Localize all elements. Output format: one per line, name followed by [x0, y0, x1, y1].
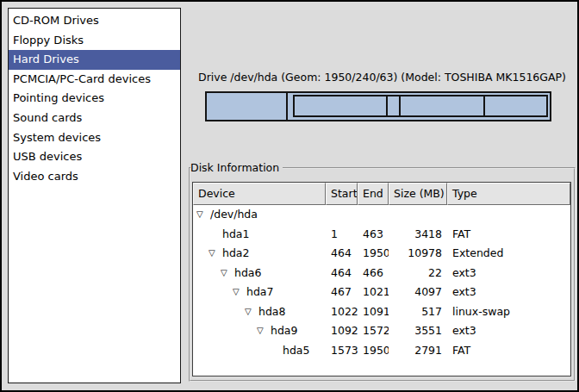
- device-name: hda7: [246, 283, 273, 302]
- start-value: 1022: [326, 302, 358, 322]
- size-value: 2791: [389, 341, 447, 361]
- type-value: [447, 205, 570, 225]
- type-value: ext3: [447, 321, 570, 341]
- expander-icon[interactable]: ▽: [209, 244, 222, 264]
- table-row-hda8[interactable]: ▽hda8 1022 1091 517 linux-swap: [193, 302, 570, 322]
- column-header-device[interactable]: Device: [193, 183, 326, 205]
- column-header-type[interactable]: Type: [447, 183, 570, 205]
- table-header-row: Device Start End Size (MB) Type: [193, 183, 570, 205]
- partition-bar-segments: [207, 93, 550, 120]
- start-value: 1573: [326, 341, 358, 361]
- sidebar-item-usb-devices[interactable]: USB devices: [9, 147, 180, 167]
- sidebar-item-floppy-disks[interactable]: Floppy Disks: [9, 31, 180, 51]
- start-value: 464: [326, 264, 358, 283]
- device-name: hda9: [271, 321, 297, 341]
- device-category-list: CD-ROM Drives Floppy Disks Hard Drives P…: [8, 8, 181, 383]
- column-header-start[interactable]: Start: [326, 183, 358, 205]
- table-row-hda9[interactable]: ▽hda9 1092 1572 3551 ext3: [193, 321, 570, 341]
- partition-divider-hda7: [386, 96, 388, 115]
- sidebar-item-sound-cards[interactable]: Sound cards: [9, 109, 180, 128]
- partition-divider-hda9: [483, 96, 485, 115]
- table-row-dev-hda[interactable]: ▽/dev/hda: [193, 205, 570, 225]
- sidebar-item-hard-drives[interactable]: Hard Drives: [9, 50, 180, 70]
- start-value: 467: [326, 283, 358, 302]
- table-row-hda7[interactable]: ▽hda7 467 1021 4097 ext3: [193, 283, 570, 302]
- start-value: 1: [326, 225, 358, 245]
- table-row-hda1[interactable]: ▽hda1 1 463 3418 FAT: [193, 225, 570, 245]
- device-name: hda8: [258, 302, 285, 322]
- size-value: 10978: [389, 244, 447, 264]
- partition-bar: [205, 91, 551, 121]
- type-value: ext3: [447, 283, 570, 302]
- drive-title: Drive /dev/hda (Geom: 1950/240/63) (Mode…: [189, 71, 576, 84]
- device-name: hda2: [222, 244, 249, 264]
- expander-icon[interactable]: ▽: [257, 321, 271, 341]
- end-value: 466: [358, 264, 389, 283]
- disk-information-table: Device Start End Size (MB) Type ▽/dev/hd…: [192, 182, 571, 376]
- size-value: 3418: [389, 225, 447, 245]
- size-value: 517: [389, 302, 447, 322]
- end-value: 1572: [358, 321, 389, 341]
- size-value: 4097: [389, 283, 447, 302]
- expander-icon[interactable]: ▽: [233, 283, 246, 302]
- sidebar-item-pointing[interactable]: Pointing devices: [9, 89, 180, 109]
- end-value: 1950: [358, 244, 389, 264]
- size-value: [389, 205, 447, 225]
- disk-information-frame: Disk Information Device Start End Size (…: [189, 167, 576, 382]
- partition-divider-hda1: [286, 93, 288, 120]
- size-value: 3551: [389, 321, 447, 341]
- device-name: hda1: [222, 225, 249, 245]
- extended-partition-hda2: [293, 95, 548, 117]
- end-value: 463: [358, 225, 389, 245]
- table-row-hda6[interactable]: ▽hda6 464 466 22 ext3: [193, 264, 570, 283]
- expander-icon[interactable]: ▽: [245, 302, 258, 322]
- sidebar-item-cdrom-drives[interactable]: CD-ROM Drives: [9, 11, 180, 31]
- type-value: FAT: [447, 341, 570, 361]
- partition-divider-hda8: [399, 96, 401, 115]
- sidebar-item-system-devices[interactable]: System devices: [9, 128, 180, 148]
- device-name: hda5: [283, 341, 309, 361]
- type-value: Extended: [447, 244, 570, 264]
- hardware-browser-window: { "sidebar": { "items": [ { "label": "CD…: [0, 0, 579, 392]
- start-value: [326, 205, 358, 225]
- size-value: 22: [389, 264, 447, 283]
- table-row-hda2[interactable]: ▽hda2 464 1950 10978 Extended: [193, 244, 570, 264]
- start-value: 1092: [326, 321, 358, 341]
- type-value: FAT: [447, 225, 570, 245]
- end-value: 1950: [358, 341, 389, 361]
- device-name: hda6: [234, 264, 261, 283]
- end-value: [358, 205, 389, 225]
- device-name: /dev/hda: [210, 205, 258, 225]
- expander-icon[interactable]: ▽: [221, 264, 234, 283]
- table-row-hda5[interactable]: ▽hda5 1573 1950 2791 FAT: [193, 341, 570, 361]
- end-value: 1091: [358, 302, 389, 322]
- column-header-end[interactable]: End: [358, 183, 389, 205]
- disk-information-label: Disk Information: [190, 161, 283, 175]
- expander-icon[interactable]: ▽: [196, 205, 210, 225]
- sidebar-item-pcmcia[interactable]: PCMCIA/PC-Card devices: [9, 70, 180, 90]
- column-header-size[interactable]: Size (MB): [389, 183, 447, 205]
- end-value: 1021: [358, 283, 389, 302]
- start-value: 464: [326, 244, 358, 264]
- sidebar-item-video-cards[interactable]: Video cards: [9, 167, 180, 187]
- type-value: ext3: [447, 264, 570, 283]
- type-value: linux-swap: [447, 302, 570, 322]
